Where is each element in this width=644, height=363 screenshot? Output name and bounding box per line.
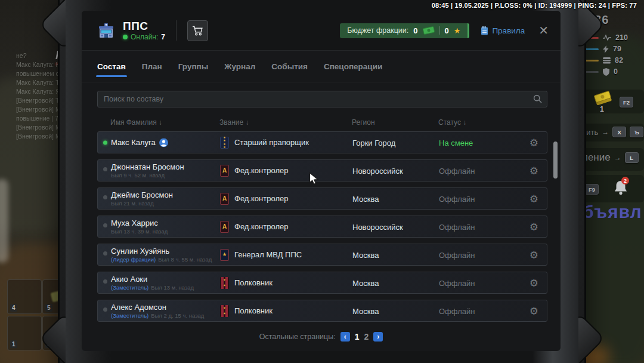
faction-panel: ППС Онлайн: 7 Бюджет фракции: 0 0 ★: [82, 11, 561, 351]
scrollbar-thumb[interactable]: [553, 141, 558, 179]
faction-title: ППС: [123, 20, 165, 32]
member-last-seen: Был 2 д. 15 ч. назад: [151, 312, 204, 318]
search-bar: [97, 91, 547, 107]
key-badge-f9: F9: [585, 184, 599, 195]
presence-dot-icon: [103, 195, 107, 199]
member-settings-gear-icon[interactable]: ⚙: [530, 222, 538, 232]
arrow-icon: →: [614, 153, 621, 162]
search-input[interactable]: [97, 91, 547, 107]
panel-tabs: Состав План Группы Журнал События Спецоп…: [82, 51, 561, 82]
inventory-slot[interactable]: 4: [7, 279, 42, 314]
column-header-status[interactable]: Статус ↓: [438, 118, 466, 127]
member-rank: Фед.контролер: [234, 194, 288, 203]
health-icon: [603, 35, 611, 41]
page-number-1[interactable]: 1: [355, 332, 360, 342]
member-row[interactable]: Джоннатан Бросмон Был 9 ч. 52 м. назад Ф…: [97, 159, 547, 182]
notification-bell[interactable]: 2: [613, 179, 628, 198]
member-name: Джеймс Бросмон: [111, 190, 173, 199]
member-rank-cell: Фед.контролер: [220, 221, 288, 233]
keybind-2-label: ление: [582, 152, 611, 164]
member-name-cell: Макс Калуга: [111, 138, 168, 147]
header-divider: [176, 20, 177, 41]
online-dot-icon: [123, 35, 128, 39]
inventory-slot[interactable]: 1: [7, 316, 42, 350]
game-screenshot: { "hud": { "status_text": "08:45 | 19.05…: [0, 0, 644, 363]
tab-plan[interactable]: План: [142, 51, 162, 82]
next-page-button[interactable]: ›: [373, 332, 383, 342]
keybind-1-label: нить: [582, 128, 598, 137]
faction-budget: Бюджет фракции: 0 0 ★: [340, 23, 469, 38]
close-button[interactable]: ✕: [538, 24, 549, 36]
member-row[interactable]: Джеймс Бросмон Был 21 м. назад Фед.контр…: [97, 187, 547, 210]
police-station-icon: [97, 21, 115, 39]
online-count: 7: [161, 33, 165, 41]
member-settings-gear-icon[interactable]: ⚙: [530, 137, 538, 147]
member-region: Новороссийск: [352, 222, 403, 231]
member-rank-cell: Полковник: [220, 305, 273, 317]
member-rank: Старший прапорщик: [234, 138, 309, 147]
member-status: Оффлайн: [439, 306, 475, 315]
page-number-2[interactable]: 2: [364, 332, 369, 342]
server-status-bar: 08:45 | 19.05.2025 | P.LOSS: 0% | ID: 19…: [432, 2, 637, 9]
hunger-stat: 82: [581, 56, 623, 64]
member-row[interactable]: Акио Аоки (Заместитель) Был 13 м. назад …: [97, 272, 547, 294]
budget-separator: [439, 26, 440, 35]
key-badge-l: L: [625, 152, 639, 163]
member-rank: Полковник: [234, 278, 273, 287]
member-status: Оффлайн: [439, 194, 475, 203]
rank-insignia-icon: [220, 193, 229, 205]
energy-stat: 79: [581, 45, 621, 53]
budget-money-value: 0: [413, 26, 417, 35]
pagination: Остальные страницы: ‹ 1 2 ›: [82, 332, 561, 342]
health-value: 210: [615, 33, 628, 42]
member-rank-cell: Фед.контролер: [220, 193, 288, 205]
member-rank: Полковник: [234, 306, 273, 315]
prev-page-button[interactable]: ‹: [340, 332, 350, 342]
member-settings-gear-icon[interactable]: ⚙: [530, 165, 538, 176]
tab-sobytiya[interactable]: События: [271, 51, 308, 82]
cart-icon: [192, 26, 203, 36]
panel-header: ППС Онлайн: 7 Бюджет фракции: 0 0 ★: [82, 11, 561, 51]
member-row[interactable]: Сунлин Хуэйянь (Лидер фракции) Был 8 ч. …: [97, 244, 547, 266]
energy-value: 79: [613, 45, 621, 53]
member-role: (Заместитель): [111, 312, 148, 318]
member-settings-gear-icon[interactable]: ⚙: [530, 250, 538, 260]
keybind-hint-1: нить → X Ъ: [582, 127, 643, 137]
budget-stars-value: 0: [445, 26, 449, 35]
rank-insignia-icon: [220, 221, 229, 233]
presence-dot-icon: [103, 167, 107, 171]
member-status: Оффлайн: [439, 166, 475, 175]
member-status: На смене: [439, 138, 473, 147]
member-name: Муха Харрис: [111, 219, 158, 227]
armor-stat: 0: [581, 67, 618, 76]
tab-zhurnal[interactable]: Журнал: [224, 51, 255, 82]
presence-dot-icon: [103, 251, 107, 256]
rules-link[interactable]: Правила: [481, 26, 525, 35]
column-header-name[interactable]: Имя Фамилия ↓: [110, 118, 162, 127]
rank-insignia-icon: [220, 137, 229, 149]
member-settings-gear-icon[interactable]: ⚙: [530, 278, 538, 288]
star-icon: ★: [454, 27, 461, 35]
presence-dot-icon: [103, 223, 107, 227]
member-row[interactable]: Алекс Адомсон (Заместитель) Был 2 д. 15 …: [97, 300, 547, 322]
shop-button[interactable]: [187, 20, 208, 41]
online-status: Онлайн: 7: [123, 33, 165, 41]
profile-icon[interactable]: [159, 138, 168, 147]
rank-insignia-icon: [220, 305, 229, 317]
column-header-rank[interactable]: Звание ↓: [219, 118, 249, 127]
presence-dot-icon: [103, 307, 107, 312]
member-name: Акио Аоки: [111, 275, 147, 283]
member-row[interactable]: Муха Харрис Был 13 ч. 39 м. назад Фед.ко…: [97, 216, 547, 238]
rank-insignia-icon: [220, 277, 229, 289]
member-region: Москва: [352, 306, 379, 315]
member-settings-gear-icon[interactable]: ⚙: [530, 306, 538, 316]
presence-dot-icon: [103, 279, 107, 284]
member-row[interactable]: Макс Калуга Старший прапорщик Горки Горо…: [97, 131, 547, 153]
member-rank-cell: Старший прапорщик: [220, 137, 309, 149]
tab-sostav[interactable]: Состав: [97, 51, 126, 82]
tab-spetsoperatsii[interactable]: Спецоперации: [324, 51, 382, 82]
item-count: 1: [600, 105, 604, 113]
member-settings-gear-icon[interactable]: ⚙: [530, 193, 538, 204]
tab-gruppy[interactable]: Группы: [178, 51, 209, 82]
notification-badge: 2: [621, 177, 629, 184]
